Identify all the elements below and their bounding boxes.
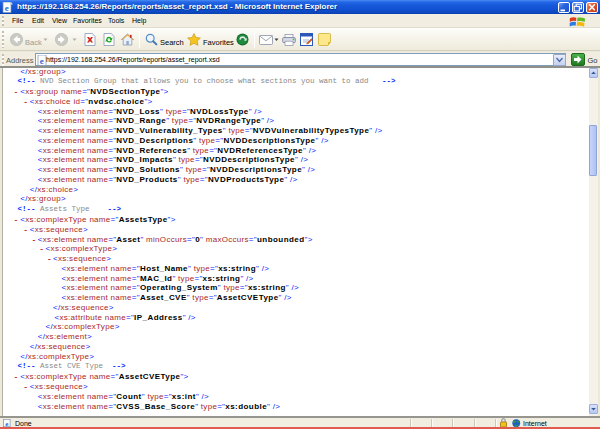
svg-text:e: e bbox=[5, 420, 8, 427]
svg-text:e: e bbox=[5, 2, 9, 12]
svg-text:e: e bbox=[40, 55, 44, 65]
